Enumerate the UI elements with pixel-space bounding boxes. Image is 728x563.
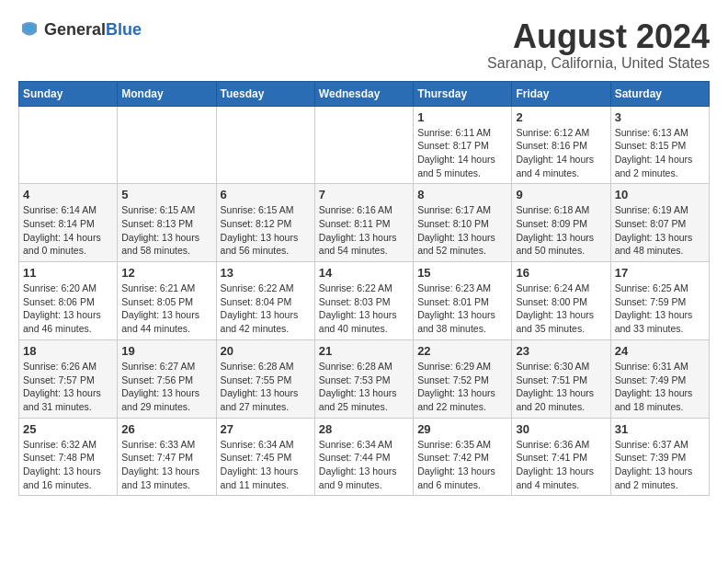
day-number: 16 (516, 266, 606, 280)
day-number: 9 (516, 188, 606, 201)
day-info: Sunrise: 6:34 AMSunset: 7:44 PMDaylight:… (319, 438, 409, 492)
day-info: Sunrise: 6:28 AMSunset: 7:55 PMDaylight:… (221, 360, 311, 414)
day-info: Sunrise: 6:17 AMSunset: 8:10 PMDaylight:… (417, 203, 507, 258)
day-info: Sunrise: 6:37 AMSunset: 7:39 PMDaylight:… (615, 438, 705, 492)
title-block: August 2024 Saranap, California, United … (487, 18, 710, 72)
day-info: Sunrise: 6:26 AMSunset: 7:57 PMDaylight:… (23, 360, 113, 414)
day-number: 3 (615, 110, 705, 124)
day-number: 21 (319, 344, 409, 358)
calendar-body: 1Sunrise: 6:11 AMSunset: 8:17 PMDaylight… (19, 106, 710, 496)
day-info: Sunrise: 6:29 AMSunset: 7:52 PMDaylight:… (417, 360, 507, 414)
day-number: 11 (23, 266, 113, 280)
day-header-wednesday: Wednesday (314, 81, 413, 106)
day-info: Sunrise: 6:12 AMSunset: 8:16 PMDaylight:… (516, 126, 606, 180)
day-number: 10 (615, 188, 705, 201)
day-info: Sunrise: 6:33 AMSunset: 7:47 PMDaylight:… (121, 438, 211, 492)
week-row-5: 25Sunrise: 6:32 AMSunset: 7:48 PMDayligh… (19, 418, 710, 496)
days-of-week-row: SundayMondayTuesdayWednesdayThursdayFrid… (19, 81, 710, 106)
day-info: Sunrise: 6:35 AMSunset: 7:42 PMDaylight:… (417, 438, 507, 492)
day-number: 23 (516, 344, 606, 358)
calendar-cell: 22Sunrise: 6:29 AMSunset: 7:52 PMDayligh… (414, 339, 512, 418)
day-info: Sunrise: 6:18 AMSunset: 8:09 PMDaylight:… (516, 203, 606, 258)
day-number: 12 (121, 266, 211, 280)
day-number: 29 (417, 422, 507, 436)
day-number: 6 (221, 188, 311, 201)
calendar-cell: 31Sunrise: 6:37 AMSunset: 7:39 PMDayligh… (610, 418, 709, 496)
day-number: 25 (23, 422, 113, 436)
logo-icon (18, 18, 40, 40)
day-header-friday: Friday (512, 81, 610, 106)
day-header-sunday: Sunday (19, 81, 118, 106)
day-info: Sunrise: 6:20 AMSunset: 8:06 PMDaylight:… (23, 282, 113, 336)
calendar-cell: 23Sunrise: 6:30 AMSunset: 7:51 PMDayligh… (512, 339, 610, 418)
calendar-cell: 15Sunrise: 6:23 AMSunset: 8:01 PMDayligh… (414, 262, 512, 340)
calendar-cell (118, 106, 216, 184)
calendar-cell: 18Sunrise: 6:26 AMSunset: 7:57 PMDayligh… (19, 339, 118, 418)
day-number: 24 (615, 344, 705, 358)
calendar-cell: 27Sunrise: 6:34 AMSunset: 7:45 PMDayligh… (216, 418, 314, 496)
subtitle: Saranap, California, United States (487, 55, 710, 72)
calendar-cell: 3Sunrise: 6:13 AMSunset: 8:15 PMDaylight… (610, 106, 709, 184)
week-row-1: 1Sunrise: 6:11 AMSunset: 8:17 PMDaylight… (19, 106, 710, 184)
day-number: 26 (121, 422, 211, 436)
day-number: 15 (417, 266, 507, 280)
day-number: 8 (417, 188, 507, 201)
day-number: 17 (615, 266, 705, 280)
day-number: 7 (319, 188, 409, 201)
day-number: 14 (319, 266, 409, 280)
calendar-cell: 20Sunrise: 6:28 AMSunset: 7:55 PMDayligh… (216, 339, 314, 418)
day-number: 28 (319, 422, 409, 436)
calendar-cell: 10Sunrise: 6:19 AMSunset: 8:07 PMDayligh… (610, 184, 709, 262)
day-info: Sunrise: 6:13 AMSunset: 8:15 PMDaylight:… (615, 126, 705, 180)
calendar-cell: 21Sunrise: 6:28 AMSunset: 7:53 PMDayligh… (314, 339, 413, 418)
calendar-cell: 5Sunrise: 6:15 AMSunset: 8:13 PMDaylight… (118, 184, 216, 262)
logo-text: GeneralBlue (44, 20, 142, 40)
calendar-cell: 9Sunrise: 6:18 AMSunset: 8:09 PMDaylight… (512, 184, 610, 262)
day-info: Sunrise: 6:22 AMSunset: 8:03 PMDaylight:… (319, 282, 409, 336)
calendar-cell: 7Sunrise: 6:16 AMSunset: 8:11 PMDaylight… (314, 184, 413, 262)
calendar-cell: 13Sunrise: 6:22 AMSunset: 8:04 PMDayligh… (216, 262, 314, 340)
calendar-cell: 28Sunrise: 6:34 AMSunset: 7:44 PMDayligh… (314, 418, 413, 496)
logo-blue: Blue (106, 20, 142, 39)
calendar-cell: 6Sunrise: 6:15 AMSunset: 8:12 PMDaylight… (216, 184, 314, 262)
calendar-cell: 19Sunrise: 6:27 AMSunset: 7:56 PMDayligh… (118, 339, 216, 418)
day-number: 4 (23, 188, 113, 201)
day-number: 18 (23, 344, 113, 358)
calendar-cell: 26Sunrise: 6:33 AMSunset: 7:47 PMDayligh… (118, 418, 216, 496)
calendar-cell: 8Sunrise: 6:17 AMSunset: 8:10 PMDaylight… (414, 184, 512, 262)
main-title: August 2024 (487, 18, 710, 55)
calendar-cell (216, 106, 314, 184)
calendar-cell: 29Sunrise: 6:35 AMSunset: 7:42 PMDayligh… (414, 418, 512, 496)
day-info: Sunrise: 6:30 AMSunset: 7:51 PMDaylight:… (516, 360, 606, 414)
day-number: 1 (417, 110, 507, 124)
calendar-cell: 2Sunrise: 6:12 AMSunset: 8:16 PMDaylight… (512, 106, 610, 184)
day-number: 30 (516, 422, 606, 436)
calendar-cell: 4Sunrise: 6:14 AMSunset: 8:14 PMDaylight… (19, 184, 118, 262)
calendar-cell: 25Sunrise: 6:32 AMSunset: 7:48 PMDayligh… (19, 418, 118, 496)
calendar-cell: 14Sunrise: 6:22 AMSunset: 8:03 PMDayligh… (314, 262, 413, 340)
day-number: 31 (615, 422, 705, 436)
day-info: Sunrise: 6:27 AMSunset: 7:56 PMDaylight:… (121, 360, 211, 414)
day-info: Sunrise: 6:25 AMSunset: 7:59 PMDaylight:… (615, 282, 705, 336)
day-header-thursday: Thursday (414, 81, 512, 106)
page-header: GeneralBlue August 2024 Saranap, Califor… (18, 18, 710, 72)
day-number: 2 (516, 110, 606, 124)
week-row-2: 4Sunrise: 6:14 AMSunset: 8:14 PMDaylight… (19, 184, 710, 262)
logo: GeneralBlue (18, 18, 142, 40)
week-row-4: 18Sunrise: 6:26 AMSunset: 7:57 PMDayligh… (19, 339, 710, 418)
day-info: Sunrise: 6:21 AMSunset: 8:05 PMDaylight:… (121, 282, 211, 336)
day-header-monday: Monday (118, 81, 216, 106)
calendar-header: SundayMondayTuesdayWednesdayThursdayFrid… (19, 81, 710, 106)
calendar-cell: 11Sunrise: 6:20 AMSunset: 8:06 PMDayligh… (19, 262, 118, 340)
day-header-tuesday: Tuesday (216, 81, 314, 106)
day-info: Sunrise: 6:28 AMSunset: 7:53 PMDaylight:… (319, 360, 409, 414)
day-info: Sunrise: 6:31 AMSunset: 7:49 PMDaylight:… (615, 360, 705, 414)
day-info: Sunrise: 6:32 AMSunset: 7:48 PMDaylight:… (23, 438, 113, 492)
day-info: Sunrise: 6:23 AMSunset: 8:01 PMDaylight:… (417, 282, 507, 336)
day-info: Sunrise: 6:16 AMSunset: 8:11 PMDaylight:… (319, 203, 409, 258)
calendar-cell: 1Sunrise: 6:11 AMSunset: 8:17 PMDaylight… (414, 106, 512, 184)
calendar-cell: 24Sunrise: 6:31 AMSunset: 7:49 PMDayligh… (610, 339, 709, 418)
day-info: Sunrise: 6:15 AMSunset: 8:13 PMDaylight:… (121, 203, 211, 258)
logo-general: General (44, 20, 106, 39)
day-header-saturday: Saturday (610, 81, 709, 106)
